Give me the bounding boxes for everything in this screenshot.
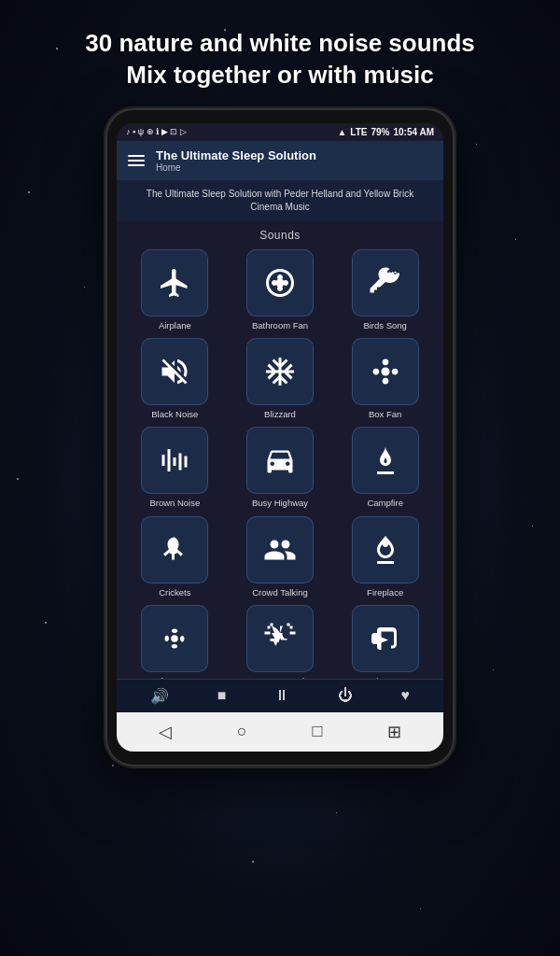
svg-point-1 [172, 635, 179, 642]
sound-label-birds-song: Birds Song [363, 320, 406, 330]
sound-label-campfire: Campfire [367, 498, 403, 508]
sound-label-box-fan: Box Fan [369, 409, 401, 419]
sound-icon-bathroom-fan [246, 249, 314, 316]
sound-label-crowd-talking: Crowd Talking [252, 587, 308, 598]
sound-icon-crickets [141, 516, 208, 583]
sound-label-fireplace: Fireplace [367, 587, 403, 598]
sound-item-crowd-talking[interactable]: Crowd Talking [231, 516, 329, 598]
battery-text: 79% [371, 127, 389, 137]
sound-label-brown-noise: Brown Noise [149, 498, 200, 508]
app-bar: The Ultimate Sleep Solution Home [117, 141, 443, 180]
tablet-device: ♪ ▪ ψ ⊕ ℹ ▶ ⊡ ▷ ▲ LTE 79% 10:54 AM The U… [107, 110, 453, 765]
sound-icon-fireplace [352, 516, 419, 583]
promo-line1: 30 nature and white noise sounds [85, 29, 475, 57]
sounds-grid: AirplaneBathroom FanBirds SongBlack Nois… [126, 249, 434, 679]
sound-item-box-fan[interactable]: Box Fan [336, 338, 434, 419]
grid-button[interactable]: ⊞ [387, 722, 401, 742]
stop-button[interactable]: ■ [217, 687, 227, 704]
app-title: The Ultimate Sleep Solution [156, 148, 316, 162]
app-bar-titles: The Ultimate Sleep Solution Home [156, 148, 316, 173]
sound-item-black-noise[interactable]: Black Noise [126, 338, 224, 419]
pause-button[interactable]: ⏸ [274, 687, 289, 704]
sound-item-blizzard[interactable]: Blizzard [231, 338, 329, 419]
volume-button[interactable]: 🔊 [150, 687, 169, 705]
sound-icon-busy-highway [246, 427, 314, 494]
sound-label-busy-highway: Busy Highway [252, 498, 308, 508]
sound-item-forest-sounds[interactable]: Forest Sounds [231, 605, 329, 678]
sound-icon-box-fan [352, 338, 419, 405]
signal-icon: ▲ [337, 127, 346, 137]
sound-item-fireplace[interactable]: Fireplace [336, 516, 434, 598]
sound-item-brown-noise[interactable]: Brown Noise [126, 427, 224, 508]
sound-icon-blizzard [246, 338, 314, 405]
sound-icon-brown-noise [141, 427, 208, 494]
sound-icon-forest-sounds [246, 605, 314, 672]
sound-icon-airplane [141, 249, 208, 316]
promo-text: 30 nature and white noise sounds Mix tog… [0, 0, 560, 110]
sound-label-crickets: Crickets [159, 587, 190, 598]
sound-label-forest-sounds: Forest Sounds [251, 676, 309, 678]
sound-label-black-noise: Black Noise [151, 409, 198, 419]
promo-line2: Mix together or with music [126, 61, 433, 89]
status-right: ▲ LTE 79% 10:54 AM [337, 127, 434, 137]
sound-item-floor-fan[interactable]: Floor Fan [126, 605, 224, 678]
bottom-controls: 🔊 ■ ⏸ ⏻ ♥ [117, 679, 443, 712]
sound-icon-birds-song [352, 249, 419, 316]
power-button[interactable]: ⏻ [338, 687, 353, 704]
sound-item-birds-song[interactable]: Birds Song [336, 249, 434, 330]
sound-icon-campfire [352, 427, 419, 494]
back-button[interactable]: ◁ [159, 722, 172, 742]
sound-label-hair-dryer: Hair Dryer [365, 676, 405, 678]
sound-item-hair-dryer[interactable]: Hair Dryer [336, 605, 434, 678]
sounds-title: Sounds [126, 229, 434, 242]
android-nav-bar: ◁ ○ □ ⊞ [117, 712, 443, 752]
app-subtitle: Home [156, 162, 316, 173]
status-icons: ♪ ▪ ψ ⊕ ℹ ▶ ⊡ ▷ [126, 127, 187, 136]
home-button[interactable]: ○ [237, 722, 247, 741]
hamburger-menu[interactable] [128, 155, 145, 166]
time-text: 10:54 AM [393, 127, 434, 137]
sound-item-bathroom-fan[interactable]: Bathroom Fan [231, 249, 329, 330]
sound-label-bathroom-fan: Bathroom Fan [252, 320, 308, 330]
status-bar: ♪ ▪ ψ ⊕ ℹ ▶ ⊡ ▷ ▲ LTE 79% 10:54 AM [117, 123, 443, 141]
sounds-section: Sounds AirplaneBathroom FanBirds SongBla… [117, 221, 443, 679]
sound-icon-floor-fan [141, 605, 208, 672]
sound-label-floor-fan: Floor Fan [156, 676, 194, 678]
sound-label-blizzard: Blizzard [264, 409, 296, 419]
sound-icon-black-noise [141, 338, 208, 405]
tablet-screen: ♪ ▪ ψ ⊕ ℹ ▶ ⊡ ▷ ▲ LTE 79% 10:54 AM The U… [117, 123, 443, 752]
sound-icon-crowd-talking [246, 516, 314, 583]
sound-label-airplane: Airplane [159, 320, 191, 330]
status-left-icons: ♪ ▪ ψ ⊕ ℹ ▶ ⊡ ▷ [126, 127, 187, 136]
app-description: The Ultimate Sleep Solution with Peder H… [117, 180, 443, 221]
sound-item-campfire[interactable]: Campfire [336, 427, 434, 508]
sound-item-airplane[interactable]: Airplane [126, 249, 224, 330]
signal-text: LTE [350, 127, 367, 137]
sound-icon-hair-dryer [352, 605, 419, 672]
sound-item-busy-highway[interactable]: Busy Highway [231, 427, 329, 508]
sound-item-crickets[interactable]: Crickets [126, 516, 224, 598]
recents-button[interactable]: □ [312, 722, 322, 741]
favorite-button[interactable]: ♥ [401, 687, 411, 704]
